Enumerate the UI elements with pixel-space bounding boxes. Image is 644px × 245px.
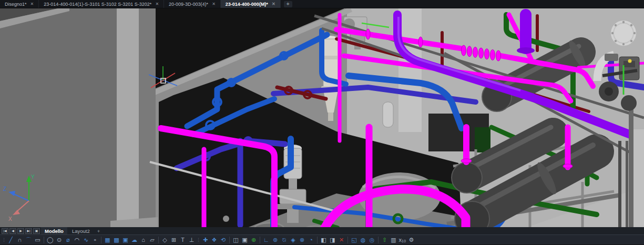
toolbar-free-orbit-icon[interactable]: ⍉ [280,235,289,244]
tab-close-icon[interactable]: ✕ [155,2,159,6]
toolbar-separator [44,237,44,243]
toolbar-circle-icon[interactable]: ◯ [46,235,55,244]
toolbar-separator [229,237,230,243]
layout-tab-layout2[interactable]: Layout2 [68,227,94,234]
toolbar-point-icon[interactable]: ∘ [90,235,99,244]
concrete-column [117,8,139,227]
tab-close-icon[interactable]: ✕ [272,2,275,6]
toolbar-3d-box-icon[interactable]: ◱ [350,235,359,244]
toolbar-surface-icon[interactable]: ◔ [306,235,315,244]
prev-layout-button[interactable]: ◀ [9,228,16,234]
layout-tabbar: |◀◀▶▶|▣ModelloLayout2+ [0,227,644,234]
toolbar-ucs-icon[interactable]: ∟ [262,235,271,244]
new-layout-button[interactable]: + [95,227,103,234]
toolbar-grip[interactable]: ⋮ [2,237,6,242]
toolbar-separator [378,237,379,243]
last-layout-button[interactable]: ▶| [25,228,32,234]
wall-flange [611,21,636,46]
document-tab[interactable]: 20-009-3D-003(4)*✕ [164,0,221,8]
ucs-y-label: Y [31,174,35,180]
viewport[interactable]: Y Z X [0,8,644,227]
toolbar-grip[interactable]: ⋮ [196,237,201,242]
toolbar-solid-box-icon[interactable]: ▣ [240,235,249,244]
toolbar-tolerance-icon[interactable]: ⊥ [187,235,196,244]
toolbar-scale-x10-icon[interactable]: x₁₀ [398,235,407,244]
toolbar-text-icon[interactable]: T [178,235,187,244]
tab-label: Disegno1* [5,2,27,7]
new-tab-button[interactable]: + [284,1,292,7]
left-wall [0,8,117,227]
layout-tab-modello[interactable]: Modello [41,227,67,234]
tab-close-icon[interactable]: ✕ [30,2,34,6]
toolbar-flatshot-icon[interactable]: ◨ [328,235,337,244]
toolbar-constrained-orbit-icon[interactable]: ◍ [359,235,367,244]
toolbar-separator [347,237,348,243]
toolbar-3d-move-icon[interactable]: ❖ [210,235,219,244]
ucs-z-label: Z [3,186,6,192]
toolbar-solid-check-icon[interactable]: ⊕ [249,235,258,244]
tab-label: 23-014-400-000(M)* [226,2,268,7]
toolbar-orbit-icon[interactable]: ⊛ [271,235,280,244]
toolbar-copy-to-layer-icon[interactable]: ▥ [389,235,398,244]
first-layout-button[interactable]: |◀ [2,228,8,234]
toolbar-arc-icon[interactable]: ⌒ [24,235,33,244]
quick-view-layouts-button[interactable]: ▣ [33,228,40,234]
toolbar-boundary-icon[interactable]: ▣ [121,235,130,244]
toolbar-revision-cloud-icon[interactable]: ☁ [130,235,139,244]
toolbar-ellipse-icon[interactable]: ⌀ [64,235,73,244]
toolbar-section-plane-icon[interactable]: ◧ [319,235,328,244]
toolbar-spline-icon[interactable]: ∿ [81,235,90,244]
document-tab[interactable]: Disegno1*✕ [0,0,39,8]
toolbar-separator [317,237,318,243]
toolbar-3d-views-icon[interactable]: ◈ [289,235,298,244]
wall-slot [618,141,621,227]
toolbar-table-icon[interactable]: ⊞ [169,235,178,244]
toolbar-gradient-icon[interactable]: ▩ [112,235,121,244]
document-tab[interactable]: 23-014-400-000(M)*✕ [221,0,281,8]
toolbar-separator [158,237,159,243]
tab-label: 23-014-400-014(1)-S-3101 S-3102 S-3201 S… [44,2,151,7]
document-tab[interactable]: 23-014-400-014(1)-S-3101 S-3102 S-3201 S… [39,0,164,8]
toolbar-layer-make-current-icon[interactable]: ⇧ [380,235,389,244]
toolbar-polygon-icon[interactable]: ◇ [160,235,169,244]
document-tabbar: Disegno1*✕23-014-400-014(1)-S-3101 S-310… [0,0,644,8]
toolbar-wipeout-icon[interactable]: ▱ [148,235,157,244]
toolbar-separator [260,237,260,243]
toolbar-hatch-icon[interactable]: ▦ [103,235,112,244]
toolbar-mesh-icon[interactable]: ⊗ [298,235,306,244]
tab-close-icon[interactable]: ✕ [212,2,216,6]
toolbar-erase-icon[interactable]: ✕ [337,235,346,244]
toolbar-move-icon[interactable]: ✚ [201,235,210,244]
tab-label: 20-009-3D-003(4)* [169,2,208,7]
toolbar-region-icon[interactable]: ⌂ [139,235,148,244]
toolbar-separator [101,237,101,243]
toolbar-line-icon[interactable]: ╱ [6,235,15,244]
toolbar-ellipse-arc-icon[interactable]: ◠ [73,235,81,244]
toolbar-3d-rotate-icon[interactable]: ⟲ [219,235,228,244]
toolbar-union-icon[interactable]: ◫ [231,235,240,244]
toolbar-rectangle-icon[interactable]: ▭ [33,235,42,244]
toolbar-circle-center-icon[interactable]: ⊙ [55,235,64,244]
bottom-toolbar: ⋮╱∩⌒▭◯⊙⌀◠∿∘▦▩▣☁⌂▱◇⊞T⊥⋮✚❖⟲◫▣⊕∟⊛⍉◈⊗◔◧◨✕◱◍◎… [0,234,644,244]
toolbar-polyline-icon[interactable]: ∩ [15,235,24,244]
ucs-x-label: X [8,216,12,222]
next-layout-button[interactable]: ▶ [17,228,24,234]
viewport-3d-scene[interactable]: Y Z X [0,8,644,227]
toolbar-continuous-orbit-icon[interactable]: ◎ [367,235,376,244]
toolbar-layer-settings-icon[interactable]: ⚙ [407,235,416,244]
